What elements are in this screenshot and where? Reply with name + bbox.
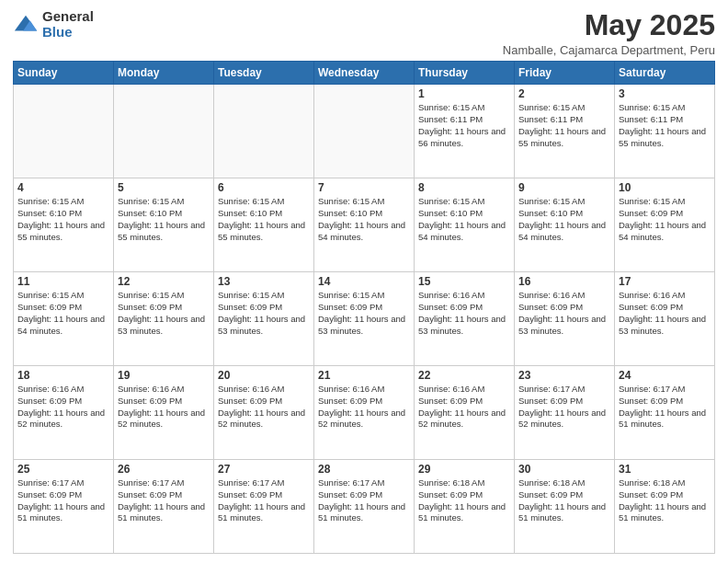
day-number: 8 (418, 181, 510, 194)
day-info: Sunrise: 6:16 AM Sunset: 6:09 PM Dayligh… (318, 384, 410, 431)
day-info: Sunrise: 6:18 AM Sunset: 6:09 PM Dayligh… (518, 477, 610, 524)
day-number: 2 (518, 87, 610, 100)
day-info: Sunrise: 6:17 AM Sunset: 6:09 PM Dayligh… (318, 477, 410, 524)
month-title: May 2025 (503, 9, 715, 41)
day-info: Sunrise: 6:17 AM Sunset: 6:09 PM Dayligh… (218, 477, 310, 524)
calendar-cell: 25Sunrise: 6:17 AM Sunset: 6:09 PM Dayli… (14, 460, 114, 554)
calendar-cell: 16Sunrise: 6:16 AM Sunset: 6:09 PM Dayli… (515, 272, 615, 366)
day-info: Sunrise: 6:17 AM Sunset: 6:09 PM Dayligh… (17, 477, 109, 524)
calendar-cell: 24Sunrise: 6:17 AM Sunset: 6:09 PM Dayli… (615, 366, 715, 460)
day-info: Sunrise: 6:15 AM Sunset: 6:10 PM Dayligh… (218, 196, 310, 243)
day-number: 7 (318, 181, 410, 194)
calendar-cell: 22Sunrise: 6:16 AM Sunset: 6:09 PM Dayli… (415, 366, 515, 460)
calendar-cell: 27Sunrise: 6:17 AM Sunset: 6:09 PM Dayli… (214, 460, 314, 554)
day-info: Sunrise: 6:16 AM Sunset: 6:09 PM Dayligh… (218, 384, 310, 431)
day-number: 31 (619, 463, 711, 476)
day-info: Sunrise: 6:15 AM Sunset: 6:10 PM Dayligh… (17, 196, 109, 243)
weekday-header: Friday (515, 62, 615, 85)
calendar-week-row: 18Sunrise: 6:16 AM Sunset: 6:09 PM Dayli… (14, 366, 715, 460)
calendar-cell: 18Sunrise: 6:16 AM Sunset: 6:09 PM Dayli… (14, 366, 114, 460)
day-number: 30 (518, 463, 610, 476)
calendar-cell: 4Sunrise: 6:15 AM Sunset: 6:10 PM Daylig… (14, 178, 114, 272)
day-number: 5 (118, 181, 210, 194)
weekday-header: Thursday (415, 62, 515, 85)
calendar-cell: 19Sunrise: 6:16 AM Sunset: 6:09 PM Dayli… (114, 366, 214, 460)
day-number: 20 (218, 369, 310, 382)
day-number: 16 (518, 275, 610, 288)
day-number: 22 (418, 369, 510, 382)
weekday-header: Tuesday (214, 62, 314, 85)
calendar-cell: 5Sunrise: 6:15 AM Sunset: 6:10 PM Daylig… (114, 178, 214, 272)
calendar-cell (214, 85, 314, 178)
day-number: 25 (17, 463, 109, 476)
calendar-cell: 17Sunrise: 6:16 AM Sunset: 6:09 PM Dayli… (615, 272, 715, 366)
page: General Blue May 2025 Namballe, Cajamarc… (0, 0, 728, 563)
day-info: Sunrise: 6:15 AM Sunset: 6:09 PM Dayligh… (619, 196, 711, 243)
calendar-cell: 21Sunrise: 6:16 AM Sunset: 6:09 PM Dayli… (314, 366, 415, 460)
calendar-cell: 1Sunrise: 6:15 AM Sunset: 6:11 PM Daylig… (415, 85, 515, 178)
calendar-cell: 29Sunrise: 6:18 AM Sunset: 6:09 PM Dayli… (415, 460, 515, 554)
day-info: Sunrise: 6:15 AM Sunset: 6:10 PM Dayligh… (118, 196, 210, 243)
day-number: 23 (518, 369, 610, 382)
day-number: 26 (118, 463, 210, 476)
calendar-cell: 10Sunrise: 6:15 AM Sunset: 6:09 PM Dayli… (615, 178, 715, 272)
day-info: Sunrise: 6:16 AM Sunset: 6:09 PM Dayligh… (619, 290, 711, 337)
day-number: 10 (619, 181, 711, 194)
day-info: Sunrise: 6:15 AM Sunset: 6:11 PM Dayligh… (518, 102, 610, 149)
day-info: Sunrise: 6:17 AM Sunset: 6:09 PM Dayligh… (118, 477, 210, 524)
day-number: 21 (318, 369, 410, 382)
day-number: 17 (619, 275, 711, 288)
calendar-cell: 6Sunrise: 6:15 AM Sunset: 6:10 PM Daylig… (214, 178, 314, 272)
day-number: 6 (218, 181, 310, 194)
day-info: Sunrise: 6:15 AM Sunset: 6:10 PM Dayligh… (318, 196, 410, 243)
day-info: Sunrise: 6:16 AM Sunset: 6:09 PM Dayligh… (118, 384, 210, 431)
day-number: 18 (17, 369, 109, 382)
day-info: Sunrise: 6:15 AM Sunset: 6:09 PM Dayligh… (17, 290, 109, 337)
logo-general: General (42, 9, 94, 25)
weekday-header: Wednesday (314, 62, 415, 85)
day-info: Sunrise: 6:16 AM Sunset: 6:09 PM Dayligh… (17, 384, 109, 431)
calendar-cell: 31Sunrise: 6:18 AM Sunset: 6:09 PM Dayli… (615, 460, 715, 554)
logo: General Blue (13, 9, 94, 40)
calendar-cell: 28Sunrise: 6:17 AM Sunset: 6:09 PM Dayli… (314, 460, 415, 554)
day-info: Sunrise: 6:16 AM Sunset: 6:09 PM Dayligh… (418, 384, 510, 431)
calendar-cell: 14Sunrise: 6:15 AM Sunset: 6:09 PM Dayli… (314, 272, 415, 366)
calendar-cell: 30Sunrise: 6:18 AM Sunset: 6:09 PM Dayli… (515, 460, 615, 554)
day-info: Sunrise: 6:18 AM Sunset: 6:09 PM Dayligh… (418, 477, 510, 524)
location-title: Namballe, Cajamarca Department, Peru (503, 43, 715, 57)
day-info: Sunrise: 6:15 AM Sunset: 6:10 PM Dayligh… (418, 196, 510, 243)
day-info: Sunrise: 6:16 AM Sunset: 6:09 PM Dayligh… (518, 290, 610, 337)
day-info: Sunrise: 6:15 AM Sunset: 6:09 PM Dayligh… (318, 290, 410, 337)
calendar-cell: 11Sunrise: 6:15 AM Sunset: 6:09 PM Dayli… (14, 272, 114, 366)
logo-icon (13, 12, 39, 38)
calendar-week-row: 25Sunrise: 6:17 AM Sunset: 6:09 PM Dayli… (14, 460, 715, 554)
day-info: Sunrise: 6:15 AM Sunset: 6:09 PM Dayligh… (218, 290, 310, 337)
calendar-cell: 23Sunrise: 6:17 AM Sunset: 6:09 PM Dayli… (515, 366, 615, 460)
day-info: Sunrise: 6:18 AM Sunset: 6:09 PM Dayligh… (619, 477, 711, 524)
calendar-cell: 8Sunrise: 6:15 AM Sunset: 6:10 PM Daylig… (415, 178, 515, 272)
calendar-cell: 2Sunrise: 6:15 AM Sunset: 6:11 PM Daylig… (515, 85, 615, 178)
day-number: 29 (418, 463, 510, 476)
calendar-cell: 7Sunrise: 6:15 AM Sunset: 6:10 PM Daylig… (314, 178, 415, 272)
calendar-cell: 15Sunrise: 6:16 AM Sunset: 6:09 PM Dayli… (415, 272, 515, 366)
calendar-cell: 26Sunrise: 6:17 AM Sunset: 6:09 PM Dayli… (114, 460, 214, 554)
day-number: 12 (118, 275, 210, 288)
calendar-week-row: 11Sunrise: 6:15 AM Sunset: 6:09 PM Dayli… (14, 272, 715, 366)
title-section: May 2025 Namballe, Cajamarca Department,… (503, 9, 715, 57)
day-number: 24 (619, 369, 711, 382)
day-info: Sunrise: 6:16 AM Sunset: 6:09 PM Dayligh… (418, 290, 510, 337)
weekday-header: Saturday (615, 62, 715, 85)
calendar-cell (14, 85, 114, 178)
calendar-cell (114, 85, 214, 178)
calendar-table: SundayMondayTuesdayWednesdayThursdayFrid… (13, 61, 715, 554)
day-info: Sunrise: 6:15 AM Sunset: 6:09 PM Dayligh… (118, 290, 210, 337)
weekday-header: Monday (114, 62, 214, 85)
calendar-cell: 13Sunrise: 6:15 AM Sunset: 6:09 PM Dayli… (214, 272, 314, 366)
day-number: 13 (218, 275, 310, 288)
header: General Blue May 2025 Namballe, Cajamarc… (13, 9, 715, 57)
calendar-week-row: 1Sunrise: 6:15 AM Sunset: 6:11 PM Daylig… (14, 85, 715, 178)
day-number: 9 (518, 181, 610, 194)
day-info: Sunrise: 6:17 AM Sunset: 6:09 PM Dayligh… (518, 384, 610, 431)
logo-blue: Blue (42, 25, 94, 40)
calendar-cell (314, 85, 415, 178)
